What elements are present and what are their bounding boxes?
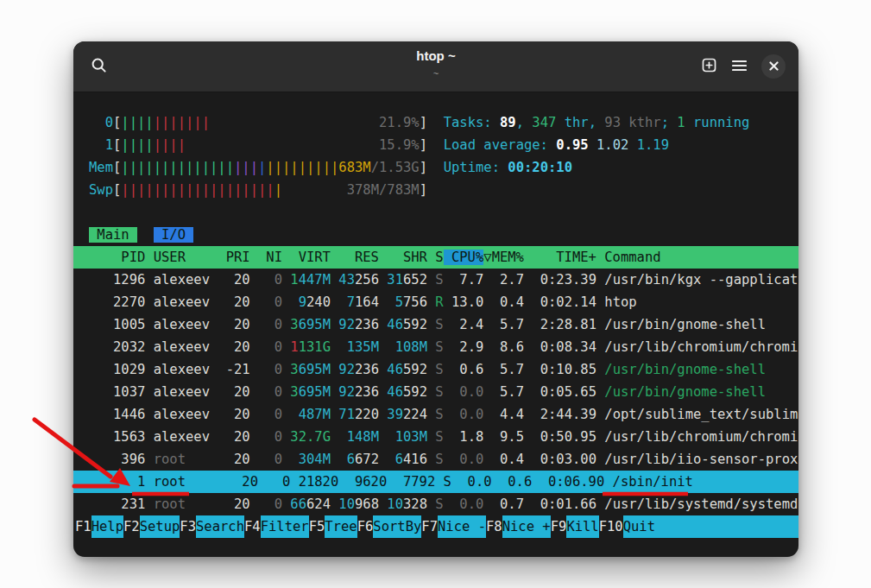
text-segment: Uptime:	[444, 160, 508, 175]
text-segment: 0.0	[444, 407, 484, 422]
fkey-label-setup[interactable]: Setup	[140, 515, 180, 538]
text-segment: 0	[250, 496, 282, 512]
fkey-label-search[interactable]: Search	[196, 515, 244, 538]
text-segment	[331, 362, 338, 377]
text-segment: 131G	[299, 339, 331, 355]
text-segment: 487M	[282, 407, 331, 422]
tab-main[interactable]: Main	[89, 227, 137, 243]
text-segment: htop	[604, 294, 636, 310]
process-row[interactable]: 1446 alexeev 20 0 487M 71220 39224 S 0.0…	[73, 403, 798, 426]
text-segment: 92	[338, 362, 355, 377]
text-segment	[282, 317, 290, 332]
text-segment: S	[427, 317, 444, 332]
fkey-label-sortby[interactable]: SortBy	[373, 515, 421, 538]
close-button[interactable]	[761, 54, 786, 79]
fkey-f8[interactable]: F8	[486, 515, 502, 538]
search-button[interactable]	[87, 54, 111, 79]
process-row-selected[interactable]: 1 root 20 0 21820 9620 7792 S 0.0 0.6 0:…	[73, 471, 798, 493]
text-segment: 0	[250, 429, 282, 445]
text-segment: 1296 alexeev 20	[89, 272, 250, 288]
text-segment: 20	[226, 452, 250, 467]
text-segment: 31	[387, 272, 403, 288]
process-row[interactable]: 2032 alexeev 20 0 1131G 135M 108M S 2.9 …	[73, 336, 798, 358]
new-tab-button[interactable]	[701, 57, 717, 76]
text-segment: S	[427, 429, 444, 445]
text-segment: /usr/bin/gnome-shell	[604, 362, 766, 377]
cpu0-meter-line: 0[||||||||||| 21.9%] Tasks: 89, 347 thr,…	[73, 111, 798, 134]
fkey-f4[interactable]: F4	[244, 515, 261, 538]
text-segment: 0.0	[444, 452, 484, 467]
memory-meter-line: Mem[|||||||||||||||||||||||||||683M/1.53…	[73, 156, 798, 179]
terminal[interactable]: 0[||||||||||| 21.9%] Tasks: 89, 347 thr,…	[73, 92, 798, 557]
fkey-bar-filler	[655, 515, 798, 538]
fkey-f2[interactable]: F2	[123, 515, 140, 538]
fkey-f6[interactable]: F6	[357, 515, 374, 538]
text-segment	[379, 384, 387, 400]
text-segment: 0.7 0:01.66	[483, 496, 604, 512]
text-segment	[282, 182, 347, 198]
process-row[interactable]: 1005 alexeev 20 0 3695M 92236 46592 S 2.…	[73, 313, 798, 336]
text-segment: Swp	[89, 182, 113, 198]
text-segment: [	[113, 137, 121, 153]
text-segment: S	[427, 384, 444, 400]
text-segment: 7.7 2.7 0:23.39	[444, 272, 605, 288]
fkey-f10[interactable]: F10	[599, 515, 623, 538]
text-segment: 89	[500, 115, 516, 130]
text-segment: |	[275, 182, 282, 198]
text-segment: 0	[250, 317, 282, 332]
text-segment: ]	[420, 182, 427, 198]
text-segment: 695M	[299, 384, 331, 400]
text-segment	[282, 496, 290, 512]
text-segment: 592	[403, 384, 427, 400]
process-row[interactable]: 2270 alexeev 20 0 9240 7164 5756 R 13.0 …	[73, 291, 798, 313]
text-segment: 1.02	[596, 137, 637, 153]
process-row[interactable]: 231 root 20 0 66624 10968 10328 S 0.0 0.…	[73, 493, 798, 515]
text-segment	[331, 272, 338, 288]
text-segment: 15.9%	[186, 137, 420, 153]
text-segment: 672	[355, 452, 379, 467]
titlebar: htop ~ ~	[73, 41, 798, 92]
tab-io[interactable]: I/O	[154, 227, 194, 243]
fkey-label-filter[interactable]: Filter	[261, 515, 309, 538]
text-segment: 66	[290, 496, 306, 512]
process-row[interactable]: 1296 alexeev 20 0 1447M 43256 31652 S 7.…	[73, 269, 798, 291]
text-segment: 1029 alexeev	[89, 362, 226, 377]
fkey-label-help[interactable]: Help	[92, 515, 123, 538]
fkey-label-nice-+[interactable]: Nice +	[502, 515, 551, 538]
fkey-f7[interactable]: F7	[421, 515, 438, 538]
text-segment: 328	[403, 496, 427, 512]
fkey-label-quit[interactable]: Quit	[623, 515, 655, 538]
text-segment: 0	[250, 362, 282, 377]
function-key-bar: F1Help F2Setup F3SearchF4FilterF5Tree F6…	[73, 515, 798, 538]
text-segment: 92	[338, 317, 355, 332]
text-segment: 0	[250, 452, 282, 467]
process-row[interactable]: 1029 alexeev -21 0 3695M 92236 46592 S 0…	[73, 358, 798, 381]
text-segment: S	[427, 407, 444, 422]
text-segment: 1 root 20 0 21820 9620 7792 S 0.0 0.6 0:…	[89, 474, 693, 490]
fkey-f3[interactable]: F3	[180, 515, 196, 538]
text-segment: [	[113, 160, 121, 175]
menu-button[interactable]	[732, 60, 747, 74]
text-segment: 0	[250, 294, 282, 310]
process-row[interactable]: 1563 alexeev 20 0 32.7G 148M 103M S 1.8 …	[73, 426, 798, 448]
text-segment: /1.53G	[371, 160, 420, 175]
fkey-label-kill[interactable]: Kill	[566, 515, 598, 538]
process-row[interactable]: 396 root 20 0 304M 6672 6416 S 0.0 0.4 0…	[73, 448, 798, 471]
text-segment: 0	[250, 272, 282, 288]
text-segment: /usr/lib/iio-sensor-prox	[604, 452, 798, 467]
text-segment: -21	[226, 362, 250, 377]
text-segment: 0	[89, 115, 113, 130]
text-segment: ▽	[483, 250, 491, 265]
text-segment	[282, 272, 290, 288]
text-segment: 592	[403, 317, 427, 332]
fkey-label-tree[interactable]: Tree	[325, 515, 357, 538]
text-segment: S	[427, 452, 444, 467]
fkey-f5[interactable]: F5	[309, 515, 325, 538]
fkey-f9[interactable]: F9	[551, 515, 567, 538]
process-row[interactable]: 1037 alexeev 20 0 3695M 92236 46592 S 0.…	[73, 381, 798, 403]
fkey-label-nice--[interactable]: Nice -	[438, 515, 486, 538]
text-segment: Tasks:	[444, 115, 500, 130]
process-table-header[interactable]: PID USER PRI NI VIRT RES SHR S CPU%▽MEM%…	[73, 246, 798, 269]
text-segment: 416	[403, 452, 427, 467]
fkey-f1[interactable]: F1	[75, 515, 92, 538]
